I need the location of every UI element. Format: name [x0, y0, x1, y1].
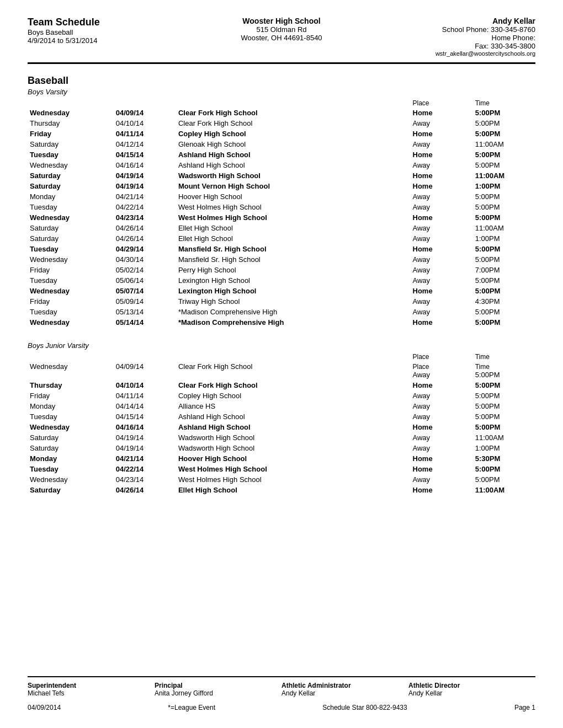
game-time: 5:00PM [473, 118, 535, 129]
game-time: 5:00PM [473, 149, 535, 160]
col-header-place: Place [411, 99, 473, 108]
game-date: 04/19/14 [114, 170, 176, 181]
jv-game-day: Friday [28, 390, 114, 401]
game-place: Away [411, 275, 473, 286]
jv-game-place: PlaceAway [411, 361, 473, 380]
jv-game-time: 5:00PM [473, 380, 535, 390]
jv-game-day: Wednesday [28, 474, 114, 485]
jv-game-opponent: Ellet High School [176, 485, 411, 495]
game-time: 5:00PM [473, 191, 535, 202]
jv-game-place: Home [411, 485, 473, 495]
game-opponent: Perry High School [176, 265, 411, 275]
jv-row: Thursday04/10/14Clear Fork High SchoolHo… [28, 380, 535, 390]
page-footer: 04/09/2014 *=League Event Schedule Star … [28, 702, 535, 711]
varsity-row: Wednesday05/07/14Lexington High SchoolHo… [28, 286, 535, 296]
game-place: Away [411, 118, 473, 129]
game-day: Saturday [28, 139, 114, 149]
varsity-table: Place Time Wednesday04/09/14Clear Fork H… [28, 99, 535, 328]
game-place: Home [411, 286, 473, 296]
jv-col-header-time: Time [473, 352, 535, 361]
superintendent-title: Superintendent [28, 682, 155, 689]
game-date: 05/02/14 [114, 265, 176, 275]
game-date: 04/12/14 [114, 139, 176, 149]
game-time: 5:00PM [473, 317, 535, 328]
jv-table: Place Time Wednesday04/09/14Clear Fork H… [28, 352, 535, 495]
jv-row: Saturday04/19/14Wadsworth High SchoolAwa… [28, 443, 535, 453]
game-day: Saturday [28, 233, 114, 244]
jv-row: Tuesday04/22/14West Holmes High SchoolHo… [28, 464, 535, 474]
game-opponent: Mount Vernon High School [176, 181, 411, 191]
varsity-row: Saturday04/26/14Ellet High SchoolAway11:… [28, 223, 535, 233]
varsity-row: Wednesday04/30/14Mansfield Sr. High Scho… [28, 254, 535, 265]
jv-row: Saturday04/26/14Ellet High SchoolHome11:… [28, 485, 535, 495]
game-day: Wednesday [28, 160, 114, 170]
game-time: 5:00PM [473, 275, 535, 286]
game-day: Wednesday [28, 286, 114, 296]
jv-game-time: 5:00PM [473, 464, 535, 474]
game-day: Saturday [28, 181, 114, 191]
game-date: 04/30/14 [114, 254, 176, 265]
game-place: Away [411, 160, 473, 170]
game-place: Away [411, 307, 473, 317]
home-phone-label: Home Phone: [492, 34, 536, 42]
jv-game-place: Home [411, 380, 473, 390]
report-title: Team Schedule [28, 17, 197, 28]
jv-game-time: 5:00PM [473, 474, 535, 485]
game-place: Home [411, 317, 473, 328]
jv-game-place: Away [411, 411, 473, 422]
game-place: Away [411, 202, 473, 212]
jv-game-day: Saturday [28, 432, 114, 443]
game-place: Home [411, 212, 473, 223]
header-left: Team Schedule Boys Baseball 4/9/2014 to … [28, 17, 197, 45]
jv-row: Monday04/14/14Alliance HSAway5:00PM [28, 401, 535, 411]
school-address1: 515 Oldman Rd [197, 25, 367, 34]
game-place: Home [411, 129, 473, 139]
game-date: 05/06/14 [114, 275, 176, 286]
jv-game-opponent: Clear Fork High School [176, 361, 411, 380]
game-place: Home [411, 244, 473, 254]
game-day: Saturday [28, 170, 114, 181]
header-center: Wooster High School 515 Oldman Rd Wooste… [197, 17, 367, 42]
section-title: Baseball [28, 75, 535, 87]
game-time: 11:00AM [473, 223, 535, 233]
jv-game-place: Home [411, 422, 473, 432]
game-opponent: Hoover High School [176, 191, 411, 202]
fax: Fax: 330-345-3800 [366, 42, 535, 50]
jv-game-date: 04/15/14 [114, 411, 176, 422]
page: Team Schedule Boys Baseball 4/9/2014 to … [0, 0, 563, 728]
game-date: 05/09/14 [114, 296, 176, 307]
athletic-admin-name: Andy Kellar [282, 689, 408, 697]
jv-game-day: Saturday [28, 485, 114, 495]
jv-game-time: 11:00AM [473, 485, 535, 495]
game-day: Wednesday [28, 212, 114, 223]
jv-game-opponent: Alliance HS [176, 401, 411, 411]
jv-game-time: 1:00PM [473, 443, 535, 453]
game-date: 04/15/14 [114, 149, 176, 160]
varsity-row: Friday05/02/14Perry High SchoolAway7:00P… [28, 265, 535, 275]
jv-game-day: Monday [28, 453, 114, 464]
game-place: Away [411, 296, 473, 307]
jv-game-date: 04/19/14 [114, 432, 176, 443]
game-day: Friday [28, 265, 114, 275]
contact-name: Andy Kellar [366, 17, 535, 25]
varsity-subtitle: Boys Varsity [28, 88, 535, 96]
jv-game-opponent: Wadsworth High School [176, 443, 411, 453]
varsity-row: Friday05/09/14Triway High SchoolAway4:30… [28, 296, 535, 307]
game-date: 05/14/14 [114, 317, 176, 328]
game-date: 04/29/14 [114, 244, 176, 254]
game-opponent: Ashland High School [176, 160, 411, 170]
jv-col-header-day [28, 352, 114, 361]
jv-game-time: 5:00PM [473, 401, 535, 411]
game-date: 04/26/14 [114, 233, 176, 244]
jv-game-place: Away [411, 401, 473, 411]
varsity-row: Tuesday04/15/14Ashland High SchoolHome5:… [28, 149, 535, 160]
game-day: Tuesday [28, 202, 114, 212]
jv-row: Tuesday04/15/14Ashland High SchoolAway5:… [28, 411, 535, 422]
game-time: 5:00PM [473, 286, 535, 296]
jv-game-time: 5:00PM [473, 422, 535, 432]
jv-game-place: Away [411, 432, 473, 443]
game-time: 5:00PM [473, 307, 535, 317]
athletic-dir-title: Athletic Director [408, 682, 535, 689]
varsity-row: Thursday04/10/14Clear Fork High SchoolAw… [28, 118, 535, 129]
principal-title: Principal [155, 682, 282, 689]
